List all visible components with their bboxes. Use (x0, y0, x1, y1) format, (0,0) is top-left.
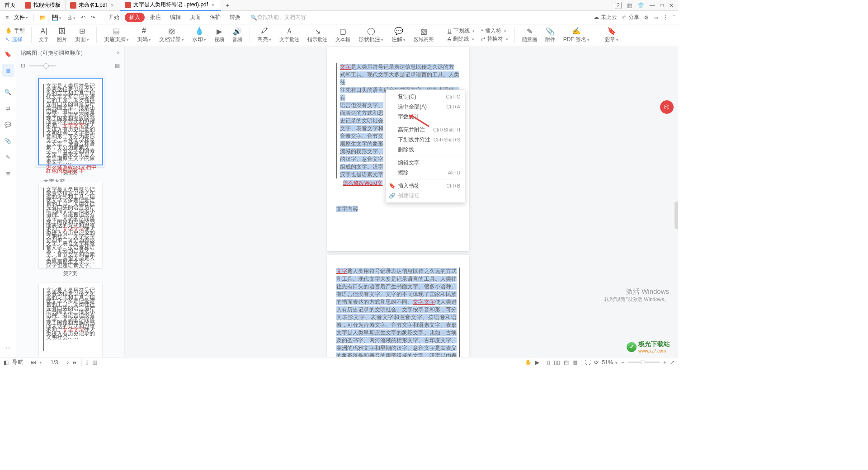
tool-stamp[interactable]: 🔖图章▾ (602, 27, 621, 43)
hand-mode[interactable]: ✋手型 (5, 27, 25, 35)
zoom-in-icon[interactable]: + (663, 359, 666, 366)
search-box[interactable]: 🔍 查找功能、文档内容 (250, 14, 306, 21)
zoom-level[interactable]: 51% ▾ (602, 359, 618, 366)
menu-convert[interactable]: 转换 (226, 14, 244, 21)
tool-bg[interactable]: ▨文档背景▾ (156, 27, 187, 43)
ctx-bookmark[interactable]: 🔖插入书签Ctrl+B (386, 181, 465, 191)
ctx-highlight-note[interactable]: 高亮并附注Ctrl+Shift+H (386, 125, 465, 135)
menu-protect[interactable]: 保护 (206, 14, 224, 21)
close-icon[interactable]: ✕ (669, 2, 674, 9)
more-rail-icon[interactable]: ⋯ (2, 342, 14, 354)
open-icon[interactable]: 📂 (38, 14, 48, 21)
zoom-slider[interactable] (628, 362, 660, 363)
select-mode[interactable]: ↖选择 (5, 36, 25, 43)
tool-replace[interactable]: ⇄ 替换符▾ (481, 35, 508, 43)
grid-icon[interactable]: ▦ (627, 2, 632, 9)
undo-icon[interactable]: ↶ (79, 14, 87, 21)
thumb-page-1[interactable]: 文字是人类用符号记录表达信息以传之久远的方式和工具。现代文字大多是记录语言的工具… (39, 79, 102, 164)
tool-headerfooter[interactable]: ▤页眉页脚▾ (101, 27, 132, 43)
page-layout2-icon[interactable]: ▯▯ (554, 359, 560, 366)
tab-doc1[interactable]: 未命名1.pdf× (66, 0, 120, 11)
rotate-icon[interactable]: ⟳ (594, 359, 599, 366)
tool-highlight[interactable]: 🖍高亮▾ (255, 27, 274, 43)
ctx-selectall[interactable]: 选中全部(A)Ctrl+A (386, 102, 465, 112)
tool-image[interactable]: 🖼图片 (54, 27, 70, 43)
bookmark-icon[interactable]: 🔖 (2, 48, 14, 61)
ctx-wordcount[interactable]: 字数统计 (386, 112, 465, 122)
tool-sign[interactable]: ✍PDF 签名▾ (561, 27, 592, 43)
tool-audio[interactable]: 🔊音频 (230, 27, 245, 43)
hamburger-icon[interactable]: ≡ (4, 14, 10, 21)
thumb-fit-icon[interactable]: ⊡ (21, 62, 25, 69)
tool-freedraw[interactable]: ✎随意画 (519, 27, 540, 43)
prev-page-icon[interactable]: ‹ (40, 359, 42, 366)
next-page-icon[interactable]: › (67, 359, 69, 366)
side-handle[interactable] (675, 202, 678, 229)
tab-doc2[interactable]: 文字是人类用符号记...pted).pdf× (120, 0, 221, 11)
tool-page[interactable]: ⊞页面▾ (72, 27, 92, 43)
menu-insert[interactable]: 插入 (125, 13, 145, 22)
search-icon[interactable]: 🔍 (2, 86, 14, 99)
tool-areahl[interactable]: ▧区域高亮 (411, 27, 436, 43)
last-page-icon[interactable]: ⏭ (72, 359, 78, 366)
cloud-status[interactable]: ☁ 未上云 (594, 14, 617, 21)
ctx-underline-note[interactable]: 下划线并附注Ctrl+Shift+S (386, 135, 465, 145)
tool-watermark[interactable]: 💧水印▾ (189, 27, 209, 43)
layers-icon[interactable]: ≣ (2, 167, 14, 180)
text-link[interactable]: 文字 (340, 64, 351, 70)
tab-template[interactable]: 找舰壳模板 (20, 0, 66, 11)
home-tab[interactable]: 首页 (0, 0, 20, 11)
share-button[interactable]: ㄜ 分享 (622, 14, 639, 21)
fullscreen-icon[interactable]: ⤢ (670, 359, 675, 366)
view-cont-icon[interactable]: ▥ (92, 359, 97, 366)
panel-close-icon[interactable]: × (117, 50, 120, 56)
tool-pagenum[interactable]: #页码▾ (134, 27, 154, 43)
text-link[interactable]: 文字文字 (413, 299, 434, 305)
counter-icon[interactable]: 2 (615, 2, 622, 9)
tool-video[interactable]: ▶视频 (212, 27, 227, 43)
tab-close[interactable]: × (210, 2, 216, 8)
text-link[interactable]: 文字 (336, 268, 347, 274)
tool-pointerannot[interactable]: ↘指示批注 (305, 27, 330, 43)
ctx-copy[interactable]: 复制(C)Ctrl+C (386, 92, 465, 102)
redo-icon[interactable]: ↷ (89, 14, 97, 21)
thumb-page-2[interactable]: 文字是人类用符号记录表达信息以传之久远的方式和工具。现代文字大多是记录语言的工具… (39, 182, 102, 268)
hand-icon[interactable]: ✋ (525, 359, 532, 366)
ctx-erase[interactable]: 擦除Alt+D (386, 168, 465, 178)
ctx-edit-text[interactable]: 编辑文字 (386, 158, 465, 168)
tool-caret[interactable]: ^ 插入符▾ (481, 27, 508, 35)
menu-page[interactable]: 页面 (186, 14, 204, 21)
play-icon[interactable]: ▶ (535, 359, 539, 366)
file-menu[interactable]: 文件▾ (12, 14, 30, 21)
thumb-size-slider[interactable] (29, 65, 56, 66)
text-link[interactable]: 怎么修改Word文 (343, 180, 382, 186)
nav-label[interactable]: 导航 (12, 358, 23, 366)
save-icon[interactable]: 💾▾ (50, 14, 63, 21)
maximize-icon[interactable]: □ (660, 2, 664, 9)
thumb-page-3[interactable]: 文字是人类用符号记录表达信息以传之久远的方式和工具。现代文字大多是记录语言的工具… (39, 283, 102, 357)
tab-add[interactable]: + (221, 2, 234, 9)
page-layout4-icon[interactable]: ▦ (572, 359, 577, 366)
tool-attach[interactable]: 📎附件 (542, 27, 558, 43)
tool-strike[interactable]: A 删除线▾ (448, 35, 475, 43)
menu-edit[interactable]: 编辑 (166, 14, 184, 21)
stamp-fab[interactable]: 印 (660, 100, 674, 114)
sidebar-toggle-icon[interactable]: ◧ (4, 359, 9, 366)
page-input[interactable] (45, 359, 63, 366)
thumbnail-icon[interactable]: ▦ (2, 64, 14, 77)
print-icon[interactable]: 🖨▾ (65, 14, 77, 21)
tool-textbox[interactable]: ▢文本框 (333, 27, 353, 43)
ctx-strike[interactable]: 删除线 (386, 145, 465, 155)
skin-icon[interactable]: 👕 (637, 2, 644, 9)
tab-close[interactable]: × (109, 2, 115, 9)
tool-text[interactable]: A|文字 (36, 27, 52, 43)
zoom-out-icon[interactable]: − (621, 359, 624, 366)
document-canvas[interactable]: 文字是人类用符号记录表达信息以传之久远的方 式和工具。现代文字大多是记录语言的工… (125, 46, 678, 357)
settings-icon[interactable]: ⚙ (644, 14, 649, 21)
view-single-icon[interactable]: ▯ (85, 359, 89, 366)
compare-icon[interactable]: ⇄ (2, 102, 14, 115)
more-icon[interactable]: ⋮ (663, 14, 668, 21)
menu-start[interactable]: 开始 (105, 14, 123, 21)
page-layout3-icon[interactable]: ▤ (564, 359, 569, 366)
menu-annot[interactable]: 批注 (146, 14, 165, 21)
